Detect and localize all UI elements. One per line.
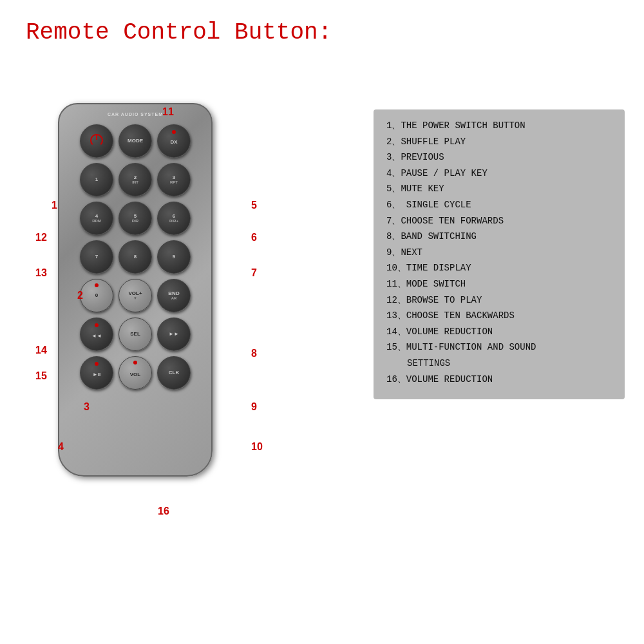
legend-item-12: 12、BROWSE TO PLAY: [386, 294, 612, 307]
legend-item-16: 16、VOLUME REDUCTION: [386, 374, 612, 386]
page-title: Remote Control Button:: [26, 19, 332, 46]
remote-container: CAR AUDIO SYSTEM MODE DX 1 2INT 3RPT 4RD…: [52, 103, 219, 502]
callout-2: 2: [77, 290, 83, 301]
callout-4: 4: [58, 441, 64, 453]
vol-plus-button[interactable]: VOL+▼: [118, 279, 152, 312]
callout-11: 11: [162, 106, 174, 118]
callout-13: 13: [35, 267, 47, 279]
callout-1: 1: [52, 200, 57, 211]
callout-16: 16: [158, 506, 169, 517]
legend-item-13: 13、CHOOSE TEN BACKWARDS: [386, 310, 612, 323]
legend-item-5: 5、MUTE KEY: [386, 183, 612, 196]
prev-button[interactable]: ◄◄: [80, 317, 113, 351]
callout-12: 12: [35, 232, 47, 243]
btn-3-rpt[interactable]: 3RPT: [157, 163, 191, 196]
callout-10: 10: [251, 441, 263, 453]
legend-item-2: 2、SHUFFLE PLAY: [386, 136, 612, 149]
btn-2-int[interactable]: 2INT: [118, 163, 152, 196]
btn-8[interactable]: 8: [118, 240, 152, 274]
callout-7: 7: [251, 267, 257, 279]
legend-item-11: 11、MODE SWITCH: [386, 278, 612, 291]
legend-item-14: 14、VOLUME REDUCTION: [386, 326, 612, 339]
callout-5: 5: [251, 200, 257, 211]
sel-button[interactable]: SEL: [118, 317, 152, 351]
mode-button[interactable]: MODE: [118, 124, 152, 158]
btn-9[interactable]: 9: [157, 240, 191, 274]
remote-label: CAR AUDIO SYSTEM: [59, 104, 211, 117]
legend-item-15-sub: SETTINGS: [386, 357, 612, 370]
power-button[interactable]: [80, 124, 113, 158]
callout-6: 6: [251, 232, 257, 243]
btn-4-rdm[interactable]: 4RDM: [80, 202, 113, 235]
vol-button[interactable]: VOL: [118, 356, 152, 390]
dx-button[interactable]: DX: [157, 124, 191, 158]
callout-3: 3: [84, 401, 90, 413]
btn-0[interactable]: 0: [80, 279, 113, 312]
legend-item-15: 15、MULTI-FUNCTION AND SOUND: [386, 341, 612, 354]
btn-5-dir[interactable]: 5DIR: [118, 202, 152, 235]
btn-7[interactable]: 7: [80, 240, 113, 274]
legend-panel: 1、THE POWER SWITCH BUTTON 2、SHUFFLE PLAY…: [374, 109, 625, 399]
legend-item-1: 1、THE POWER SWITCH BUTTON: [386, 120, 612, 133]
btn-1[interactable]: 1: [80, 163, 113, 196]
legend-item-8: 8、BAND SWITCHING: [386, 231, 612, 243]
callout-14: 14: [35, 345, 47, 356]
legend-item-9: 9、NEXT: [386, 247, 612, 260]
bnd-button[interactable]: BNDAR: [157, 279, 191, 312]
callout-9: 9: [251, 401, 257, 413]
callout-15: 15: [35, 370, 47, 382]
btn-6-dir-plus[interactable]: 6DIR+: [157, 202, 191, 235]
legend-item-4: 4、PAUSE / PLAY KEY: [386, 167, 612, 180]
legend-item-3: 3、PREVIOUS: [386, 151, 612, 164]
callout-8: 8: [251, 348, 257, 359]
legend-item-7: 7、CHOOSE TEN FORWARDS: [386, 215, 612, 228]
play-pause-button[interactable]: ►II: [80, 356, 113, 390]
next-button[interactable]: ►►: [157, 317, 191, 351]
clk-button[interactable]: CLK: [157, 356, 191, 390]
legend-item-10: 10、TIME DISPLAY: [386, 262, 612, 275]
legend-item-6: 6、 SINGLE CYCLE: [386, 199, 612, 212]
